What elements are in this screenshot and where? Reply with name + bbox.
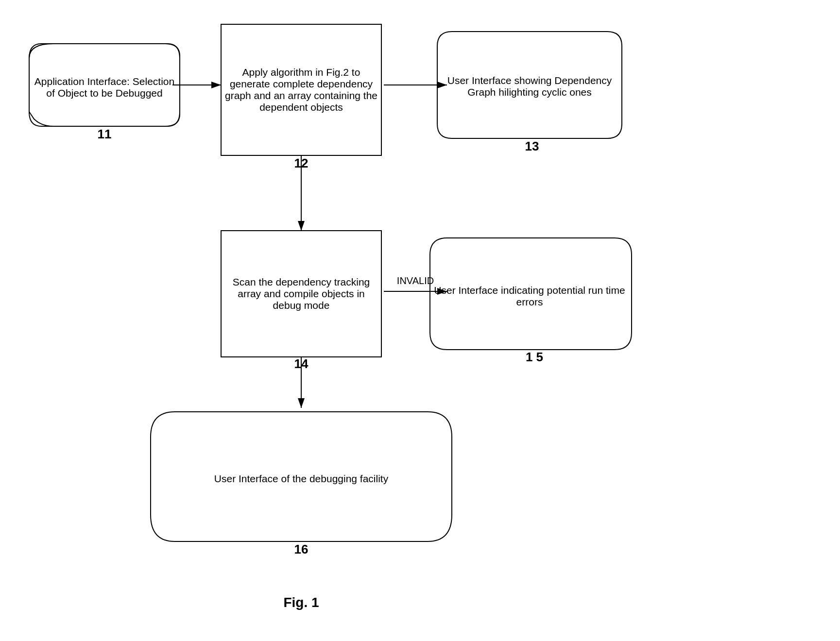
- node-15-label: User Interface indicating potential run …: [432, 285, 627, 308]
- node-12-id: 12: [294, 156, 309, 170]
- node-11-label: Application Interface: Selection of Obje…: [32, 76, 177, 99]
- node-15-id: 1 5: [526, 350, 543, 364]
- node-11-id: 11: [98, 127, 112, 141]
- node-12-label: Apply algorithm in Fig.2 to generate com…: [223, 67, 379, 113]
- diagram-container: INVALID Application Interface: Selection…: [0, 0, 840, 641]
- node-16-id: 16: [294, 542, 309, 557]
- arrow-invalid-label: INVALID: [397, 275, 434, 286]
- node-14-label: Scan the dependency tracking array and c…: [223, 276, 379, 311]
- node-13-label: User Interface showing Dependency Graph …: [440, 75, 619, 98]
- node-14-id: 14: [294, 356, 309, 371]
- node-16-label: User Interface of the debugging facility: [214, 473, 388, 485]
- figure-label: Fig. 1: [283, 595, 319, 610]
- node-13-id: 13: [525, 139, 539, 153]
